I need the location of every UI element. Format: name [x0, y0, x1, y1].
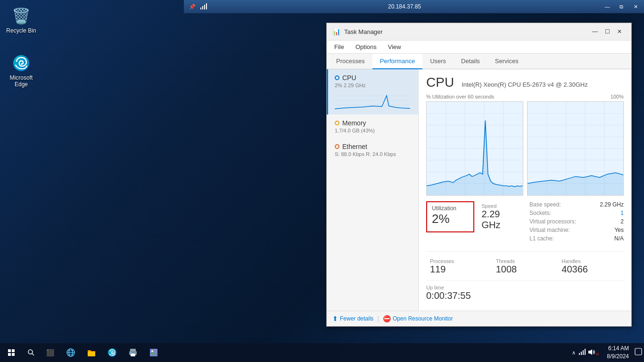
remote-close-button[interactable]: ✕	[629, 1, 642, 12]
remote-bar-controls: — ⧉ ✕	[601, 1, 644, 12]
recycle-bin-icon[interactable]: 🗑️ Recycle Bin	[2, 5, 40, 36]
cpu-header: CPU Intel(R) Xeon(R) CPU E5-2673 v4 @ 2.…	[426, 75, 624, 90]
svg-rect-55	[585, 349, 586, 355]
base-speed-label: Base speed:	[529, 201, 561, 208]
resource-cpu[interactable]: CPU 2% 2.29 GHz	[327, 69, 418, 115]
tab-processes[interactable]: Processes	[329, 54, 372, 69]
open-resource-monitor-link[interactable]: ⛔ Open Resource Monitor	[383, 315, 453, 322]
resource-monitor-icon: ⛔	[383, 315, 391, 322]
edge-image	[12, 54, 31, 73]
tab-users[interactable]: Users	[422, 54, 454, 69]
base-speed-row: Base speed: 2.29 GHz	[529, 201, 624, 208]
task-manager-window: 📊 Task Manager — ☐ ✕ File Options View P…	[326, 23, 632, 327]
tab-performance[interactable]: Performance	[372, 54, 422, 69]
graphs-container	[426, 101, 624, 196]
fewer-details-link[interactable]: ⬆ Fewer details	[332, 315, 373, 322]
notification-icon[interactable]	[633, 348, 644, 357]
cpu-resource-detail: 2% 2.29 GHz	[335, 82, 412, 88]
resource-ethernet[interactable]: Ethernet S: 88.0 Kbps R: 24.0 Kbps	[327, 138, 418, 162]
handles-value: 40366	[561, 264, 620, 275]
close-button[interactable]: ✕	[613, 27, 626, 36]
svg-rect-48	[131, 354, 135, 356]
network-icon	[578, 348, 586, 357]
pin-icon: 📌	[188, 2, 197, 11]
threads-label: Threads	[496, 258, 554, 264]
taskbar: ⬛	[0, 343, 644, 362]
svg-rect-3	[204, 5, 205, 9]
menu-options[interactable]: Options	[352, 41, 380, 52]
search-button[interactable]	[23, 343, 40, 362]
remote-restore-button[interactable]: ⧉	[615, 1, 628, 12]
remote-bar-title: 20.184.37.85	[208, 3, 601, 10]
remote-minimize-button[interactable]: —	[601, 1, 614, 12]
taskbar-ie[interactable]	[60, 343, 81, 362]
task-manager-titlebar: 📊 Task Manager — ☐ ✕	[327, 23, 631, 41]
ethernet-resource-detail: S: 88.0 Kbps R: 24.0 Kbps	[335, 151, 412, 157]
system-clock[interactable]: 6:14 AM 8/9/2024	[603, 345, 633, 361]
utilization-stat: Utilization 2%	[426, 201, 474, 232]
taskbar-printer[interactable]	[123, 343, 143, 362]
svg-rect-34	[12, 349, 15, 352]
volume-icon[interactable]	[588, 348, 595, 357]
svg-point-37	[28, 350, 33, 354]
memory-resource-detail: 1.7/4.0 GB (43%)	[335, 128, 412, 133]
open-resource-monitor-label: Open Resource Monitor	[393, 315, 453, 322]
svg-rect-1	[200, 8, 201, 9]
microsoft-edge-icon[interactable]: Microsoft Edge	[2, 52, 40, 90]
memory-resource-name: Memory	[335, 119, 412, 127]
svg-rect-57	[635, 348, 642, 355]
recycle-bin-image: 🗑️	[12, 7, 31, 25]
menu-file[interactable]: File	[330, 41, 348, 52]
svg-rect-49	[130, 352, 132, 353]
task-manager-content: CPU 2% 2.29 GHz	[327, 69, 631, 311]
cpu-graph-2	[527, 101, 624, 196]
cpu-detail-panel: CPU Intel(R) Xeon(R) CPU E5-2673 v4 @ 2.…	[419, 69, 631, 311]
svg-rect-36	[12, 353, 15, 356]
menu-bar: File Options View	[327, 41, 631, 54]
handles-label: Handles	[561, 258, 620, 264]
speed-label: Speed	[482, 203, 519, 209]
taskbar-photos[interactable]	[143, 343, 164, 362]
speed-value: 2.29 GHz	[482, 209, 519, 230]
svg-rect-35	[8, 353, 11, 356]
base-speed-value: 2.29 GHz	[600, 201, 624, 208]
menu-view[interactable]: View	[384, 41, 405, 52]
tab-services[interactable]: Services	[487, 54, 526, 69]
cpu-info-panel: Base speed: 2.29 GHz Sockets: 1 Virtual …	[529, 201, 624, 244]
handles-stat: Handles 40366	[558, 256, 624, 277]
start-button[interactable]	[0, 343, 23, 362]
uptime-value: 0:00:37:55	[426, 290, 624, 301]
utilization-value: 2%	[432, 212, 469, 226]
bottom-bar: ⬆ Fewer details | ⛔ Open Resource Monito…	[327, 311, 631, 326]
cpu-dot	[335, 75, 339, 80]
sockets-label: Sockets:	[529, 210, 551, 216]
taskbar-explorer[interactable]	[81, 343, 102, 362]
tab-details[interactable]: Details	[454, 54, 487, 69]
svg-rect-53	[581, 352, 582, 355]
svg-rect-44	[88, 352, 95, 356]
svg-point-51	[151, 350, 153, 352]
processes-stat: Processes 119	[426, 256, 492, 277]
speed-stat: Speed 2.29 GHz	[474, 201, 522, 232]
processes-label: Processes	[430, 258, 488, 264]
restore-button[interactable]: ☐	[601, 27, 613, 36]
svg-marker-20	[427, 121, 523, 195]
threads-stat: Threads 1008	[492, 256, 558, 277]
minimize-button[interactable]: —	[589, 27, 601, 36]
cpu-title: CPU	[426, 75, 454, 90]
sockets-value: 1	[620, 210, 624, 216]
threads-value: 1008	[496, 264, 554, 275]
svg-rect-54	[583, 350, 584, 355]
taskbar-edge[interactable]	[102, 343, 123, 362]
tray-chevron[interactable]: ∧	[571, 350, 577, 356]
remote-bar-left-icons: 📌	[184, 2, 208, 11]
resource-memory[interactable]: Memory 1.7/4.0 GB (43%)	[327, 115, 418, 138]
cpu-model: Intel(R) Xeon(R) CPU E5-2673 v4 @ 2.30GH…	[462, 81, 588, 88]
taskbar-task-view[interactable]: ⬛	[40, 343, 60, 362]
edge-label: Microsoft Edge	[4, 74, 38, 88]
l1-cache-value: N/A	[614, 235, 624, 242]
virtual-machine-row: Virtual machine: Yes	[529, 227, 624, 233]
clock-time: 6:14 AM	[607, 345, 629, 353]
system-tray: ∧ ✕	[567, 348, 603, 357]
fewer-details-label: Fewer details	[340, 315, 373, 322]
